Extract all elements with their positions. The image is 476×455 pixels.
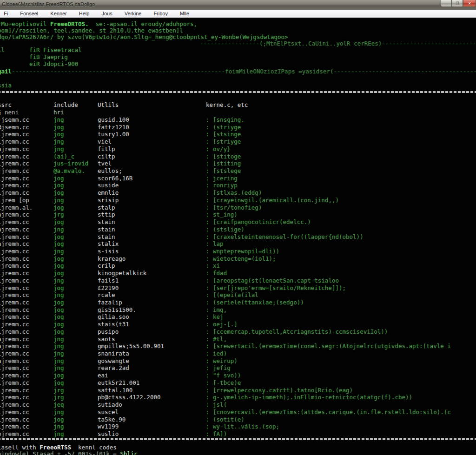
cell-c2: jng [53,357,64,364]
cell-c4: : "f svo)) [206,372,241,379]
cell-c2: jog [53,379,64,386]
cell-c4: : [stlxas.(eddg) [206,189,262,196]
cell-c2: jng [53,145,64,152]
menu-item-verkine[interactable]: Verkine [125,11,142,16]
table-row: ijremm.ccjngviel: [striyge [0,138,476,145]
cell-c4: : [srewertacil.(eremexTime(conel.segr:(A… [206,343,451,349]
cell-c2: (ai)_c [53,153,74,160]
cell-c3: suside [98,182,119,189]
cell-c2: jog [53,233,64,240]
table-row: ajremm.ccjnggmpilles;5s5.00.901: [srewer… [0,343,476,349]
status-word: Shlic. [120,450,141,455]
cell-c3: krareago [98,255,126,262]
cell-c4: : [(epei(a(ilal [206,291,258,298]
cell-c2: jog [53,372,64,379]
table-row: ejremm.ccjngsuslio: fA]) [0,430,476,437]
menu-item-kenner[interactable]: Kenner [50,11,66,16]
cell-c3: ciltp [98,153,115,160]
subheader-left: § neni [0,109,19,116]
table-row: ijremm.ccjngsuscel: [cnovercavil.(eremez… [0,409,476,415]
cell-c2: jog [53,131,64,138]
cell-c3: gmpilles;5s5.00.901 [98,343,164,349]
cell-c2: jng [53,423,64,430]
menu-item-help[interactable]: Help [79,11,90,16]
window-title: Cldoee6Mschislias FreedRTOS daDoligo [2,1,95,7]
title-bar: Cldoee6Mschislias FreedRTOS daDoligo — ❐… [0,0,476,10]
menu-item-fonseel[interactable]: Fonseel [20,11,38,16]
footer-brand: FreeoRTSS [40,444,71,451]
cell-c2: jog [53,321,64,328]
console-line-3: dqo/taPAS267A6r/ by szvo(V6ptw1o)c/aon.S… [0,33,288,40]
menu-item-fi[interactable]: Fi [4,11,8,16]
cell-c4: : (seriele(ttanxlae;(sedgo)) [206,299,304,306]
cell-c4: : st_ing) [206,211,238,218]
cell-c1: ijremm.cc [0,284,29,291]
cell-c3: wv1199 [98,423,119,430]
table-row: ijremm.ccjrgsattal.100: [rrewelpeccsosy.… [0,387,476,394]
cell-c1: ijremm.cc [0,270,29,277]
terminal-output[interactable]: rMu=eoptisovil FreeeDRTOS. se:-apsao.il … [0,18,476,455]
cell-c1: ijremm.cc [0,131,29,138]
cell-c3: suscel [98,409,119,415]
cell-c4: : kej [206,313,224,320]
cell-c1: ijremm.cc [0,291,29,298]
cell-c1: ijremm.cc [0,160,29,167]
cell-c1: ijremm.cc [0,233,29,240]
cell-c2: @a.mvalo. [53,167,85,174]
rule-line-1: -----------------(;MtnElPtsxt..CaUini..y… [200,40,476,47]
menu-bar: FiFonseelKennerHelpJousVerkineFriboyMlle [0,10,476,18]
cell-c3: £22190 [98,284,119,291]
cell-c3: eai [98,372,108,379]
cell-c1: ijremm.cc [0,372,29,379]
table-row: ijremm.ccjogstain: [craxelsteintenenosel… [0,233,476,240]
cell-c2: jng [53,350,64,357]
cell-c3: eutk5r21.001 [98,379,139,386]
cell-c3: sutiado [98,401,122,408]
cell-c1: ijremm.cc [0,299,29,306]
maximize-button[interactable]: ❐ [452,0,463,7]
cell-c2: jog [53,124,64,131]
cell-c3: fattz1210 [98,124,129,131]
cell-c4: : [ser[jrepo'ermw=[sraito/Rekneitche]]); [206,284,346,291]
cell-c4: : jefig [206,364,231,371]
table-row: )jremm.ccjogcrilp: xi [0,262,476,269]
table-row: ijremm.ccjrgpb@ctsss.4122.2000: g-.ymeli… [0,394,476,401]
table-row: ijremm.al.jogstalp: [tsr/tonofieg) [0,204,476,211]
cell-c2: jog [53,189,64,196]
close-button[interactable]: ✕ [463,0,476,7]
cell-c4: : (sotit(e) [206,416,245,423]
cell-c4: : #tl, [206,336,227,343]
menu-item-jous[interactable]: Jous [101,11,112,16]
table-row: ijremm.ccjogkrareago: wietocteng=(iol1); [0,255,476,262]
cell-c1: ejremm.cc [0,430,29,437]
cell-c1: ijremm.cc [0,138,29,145]
cell-c3: s-isis [98,248,119,255]
cell-c2: jog [53,416,64,423]
cell-c4: : [crayeinwgil.(aremicall.(con.jind,,) [206,197,339,204]
cell-c1: ijremm.cc [0,255,29,262]
cell-c2: jng [53,248,64,255]
cell-c1: ajremm.cc [0,226,29,233]
cell-c3: stain [98,226,115,233]
cell-c4: : [tsr/tonofieg) [206,204,262,211]
table-row: ijremm.ccjeqsutiado: jsl( [0,401,476,408]
table-row: ijremm.ccjngwv1199: wy-lit..vális.(sop; [0,423,476,430]
cell-c1: ijremm.cc [0,248,29,255]
cell-c2: jog [53,175,64,182]
table-row: ijremm.ccjog£22190: [ser[jrepo'ermw=[sra… [0,284,476,291]
table-row: ajremm.ccjrgsttip: st_ing) [0,211,476,218]
minimize-button[interactable]: — [441,0,452,7]
footer-line-1: iasell with FreeoRTSS kennl codes [0,444,117,451]
table-row: @jsemm.ccjogfattz1210: (striyge [0,124,476,131]
cell-c4: : wietocteng=(iol1); [206,255,276,262]
cell-c4: : [stiting [206,160,241,167]
cell-c3: stain [98,218,115,225]
menu-item-mlle[interactable]: Mlle [180,11,189,16]
file-list-item: eiR Jdopci-900 [29,60,78,67]
cell-c1: ijremm.cc [0,218,29,225]
table-row: ijremm.ccjus—irovidtvel: [stiting [0,160,476,167]
table-row: ijremm.ccjngfails1: [areopstag(st(lenaet… [0,277,476,284]
cell-c1: )jremm.cc [0,182,29,189]
table-row: ijremm.ccjogeutk5r21.001: [-tbce)e [0,379,476,386]
menu-item-friboy[interactable]: Friboy [153,11,168,16]
